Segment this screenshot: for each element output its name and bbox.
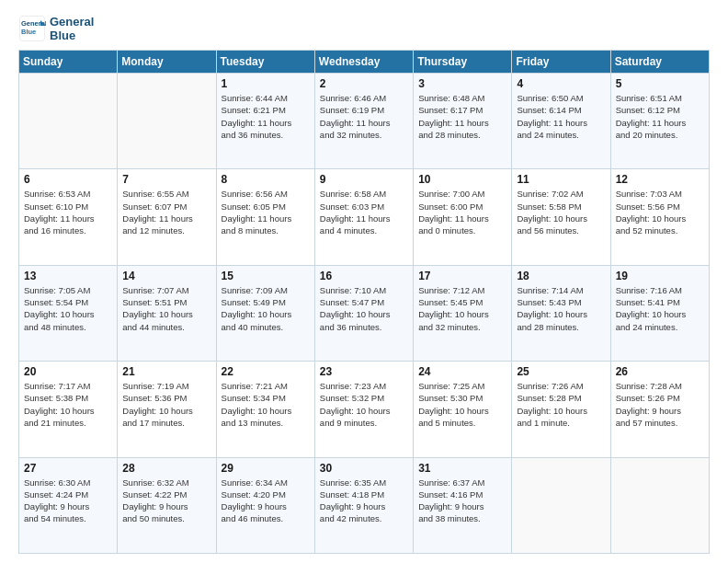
calendar-cell: 8Sunrise: 6:56 AM Sunset: 6:05 PM Daylig… [216, 169, 314, 265]
day-info: Sunrise: 7:17 AM Sunset: 5:38 PM Dayligh… [24, 380, 112, 429]
calendar-cell: 5Sunrise: 6:51 AM Sunset: 6:12 PM Daylig… [610, 74, 709, 169]
calendar-cell [118, 74, 216, 169]
day-info: Sunrise: 7:25 AM Sunset: 5:30 PM Dayligh… [418, 380, 506, 429]
calendar-cell: 14Sunrise: 7:07 AM Sunset: 5:51 PM Dayli… [118, 265, 216, 361]
day-info: Sunrise: 7:28 AM Sunset: 5:26 PM Dayligh… [616, 380, 704, 429]
calendar-cell: 21Sunrise: 7:19 AM Sunset: 5:36 PM Dayli… [118, 362, 216, 457]
calendar-cell: 31Sunrise: 6:37 AM Sunset: 4:16 PM Dayli… [414, 457, 512, 553]
header: General Blue GeneralBlue [18, 15, 710, 42]
calendar-week-4: 20Sunrise: 7:17 AM Sunset: 5:38 PM Dayli… [19, 362, 710, 457]
calendar-cell: 23Sunrise: 7:23 AM Sunset: 5:32 PM Dayli… [314, 362, 413, 457]
calendar-cell: 28Sunrise: 6:32 AM Sunset: 4:22 PM Dayli… [118, 457, 216, 553]
calendar-cell: 11Sunrise: 7:02 AM Sunset: 5:58 PM Dayli… [512, 169, 610, 265]
calendar-cell: 9Sunrise: 6:58 AM Sunset: 6:03 PM Daylig… [314, 169, 413, 265]
day-info: Sunrise: 6:56 AM Sunset: 6:05 PM Dayligh… [222, 188, 310, 236]
calendar-cell: 7Sunrise: 6:55 AM Sunset: 6:07 PM Daylig… [118, 169, 216, 265]
day-info: Sunrise: 6:32 AM Sunset: 4:22 PM Dayligh… [122, 477, 210, 525]
calendar-cell: 26Sunrise: 7:28 AM Sunset: 5:26 PM Dayli… [610, 362, 709, 457]
day-info: Sunrise: 7:16 AM Sunset: 5:41 PM Dayligh… [616, 284, 704, 333]
weekday-header-monday: Monday [118, 51, 216, 74]
calendar-header-row: SundayMondayTuesdayWednesdayThursdayFrid… [19, 51, 710, 74]
day-number: 5 [616, 77, 704, 90]
day-info: Sunrise: 7:23 AM Sunset: 5:32 PM Dayligh… [320, 380, 408, 429]
calendar-cell: 24Sunrise: 7:25 AM Sunset: 5:30 PM Dayli… [414, 362, 512, 457]
weekday-header-friday: Friday [512, 51, 610, 74]
day-number: 25 [517, 365, 605, 378]
weekday-header-saturday: Saturday [610, 51, 709, 74]
weekday-header-sunday: Sunday [19, 51, 118, 74]
day-number: 10 [418, 173, 506, 186]
calendar-table: SundayMondayTuesdayWednesdayThursdayFrid… [18, 50, 710, 554]
day-number: 20 [24, 365, 112, 378]
calendar-cell: 30Sunrise: 6:35 AM Sunset: 4:18 PM Dayli… [314, 457, 413, 553]
calendar-cell: 2Sunrise: 6:46 AM Sunset: 6:19 PM Daylig… [314, 74, 413, 169]
day-number: 3 [418, 77, 506, 90]
day-info: Sunrise: 7:03 AM Sunset: 5:56 PM Dayligh… [616, 188, 704, 236]
day-number: 28 [122, 462, 210, 475]
day-info: Sunrise: 6:58 AM Sunset: 6:03 PM Dayligh… [320, 188, 408, 236]
day-info: Sunrise: 7:05 AM Sunset: 5:54 PM Dayligh… [24, 284, 112, 333]
day-number: 9 [320, 173, 408, 186]
day-info: Sunrise: 7:14 AM Sunset: 5:43 PM Dayligh… [517, 284, 605, 333]
day-number: 15 [222, 270, 310, 282]
calendar-week-1: 1Sunrise: 6:44 AM Sunset: 6:21 PM Daylig… [19, 74, 710, 169]
day-info: Sunrise: 6:51 AM Sunset: 6:12 PM Dayligh… [616, 92, 704, 141]
day-info: Sunrise: 7:09 AM Sunset: 5:49 PM Dayligh… [222, 284, 310, 333]
day-number: 13 [24, 270, 112, 282]
calendar-cell [610, 457, 709, 553]
calendar-cell: 22Sunrise: 7:21 AM Sunset: 5:34 PM Dayli… [216, 362, 314, 457]
calendar-body: 1Sunrise: 6:44 AM Sunset: 6:21 PM Daylig… [19, 74, 710, 554]
day-number: 29 [222, 462, 310, 475]
day-number: 23 [320, 365, 408, 378]
day-info: Sunrise: 6:34 AM Sunset: 4:20 PM Dayligh… [222, 477, 310, 525]
day-number: 16 [320, 270, 408, 282]
calendar-cell: 3Sunrise: 6:48 AM Sunset: 6:17 PM Daylig… [414, 74, 512, 169]
calendar-cell: 19Sunrise: 7:16 AM Sunset: 5:41 PM Dayli… [610, 265, 709, 361]
day-info: Sunrise: 6:35 AM Sunset: 4:18 PM Dayligh… [320, 477, 408, 525]
day-number: 8 [222, 173, 310, 186]
calendar-cell: 16Sunrise: 7:10 AM Sunset: 5:47 PM Dayli… [314, 265, 413, 361]
page: General Blue GeneralBlue SundayMondayTue… [0, 0, 728, 563]
day-number: 2 [320, 77, 408, 90]
calendar-cell: 6Sunrise: 6:53 AM Sunset: 6:10 PM Daylig… [19, 169, 118, 265]
logo: General Blue GeneralBlue [18, 15, 94, 42]
weekday-header-tuesday: Tuesday [216, 51, 314, 74]
day-info: Sunrise: 6:55 AM Sunset: 6:07 PM Dayligh… [122, 188, 210, 236]
calendar-cell: 27Sunrise: 6:30 AM Sunset: 4:24 PM Dayli… [19, 457, 118, 553]
day-number: 11 [517, 173, 605, 186]
calendar-week-2: 6Sunrise: 6:53 AM Sunset: 6:10 PM Daylig… [19, 169, 710, 265]
day-info: Sunrise: 7:21 AM Sunset: 5:34 PM Dayligh… [222, 380, 310, 429]
day-number: 17 [418, 270, 506, 282]
day-number: 14 [122, 270, 210, 282]
logo-icon: General Blue [18, 15, 46, 42]
day-info: Sunrise: 7:19 AM Sunset: 5:36 PM Dayligh… [122, 380, 210, 429]
calendar-cell: 12Sunrise: 7:03 AM Sunset: 5:56 PM Dayli… [610, 169, 709, 265]
logo-text: GeneralBlue [50, 15, 94, 42]
day-info: Sunrise: 6:44 AM Sunset: 6:21 PM Dayligh… [222, 92, 310, 141]
day-number: 31 [418, 462, 506, 475]
day-info: Sunrise: 6:53 AM Sunset: 6:10 PM Dayligh… [24, 188, 112, 236]
day-number: 1 [222, 77, 310, 90]
calendar-cell [512, 457, 610, 553]
weekday-header-wednesday: Wednesday [314, 51, 413, 74]
day-info: Sunrise: 7:26 AM Sunset: 5:28 PM Dayligh… [517, 380, 605, 429]
day-number: 24 [418, 365, 506, 378]
day-info: Sunrise: 7:12 AM Sunset: 5:45 PM Dayligh… [418, 284, 506, 333]
day-number: 22 [222, 365, 310, 378]
calendar-cell: 4Sunrise: 6:50 AM Sunset: 6:14 PM Daylig… [512, 74, 610, 169]
calendar-cell: 29Sunrise: 6:34 AM Sunset: 4:20 PM Dayli… [216, 457, 314, 553]
svg-text:Blue: Blue [21, 28, 36, 36]
calendar-cell: 1Sunrise: 6:44 AM Sunset: 6:21 PM Daylig… [216, 74, 314, 169]
weekday-header-thursday: Thursday [414, 51, 512, 74]
day-number: 21 [122, 365, 210, 378]
day-number: 6 [24, 173, 112, 186]
day-info: Sunrise: 7:07 AM Sunset: 5:51 PM Dayligh… [122, 284, 210, 333]
day-number: 12 [616, 173, 704, 186]
day-info: Sunrise: 6:50 AM Sunset: 6:14 PM Dayligh… [517, 92, 605, 141]
calendar-week-3: 13Sunrise: 7:05 AM Sunset: 5:54 PM Dayli… [19, 265, 710, 361]
day-info: Sunrise: 6:30 AM Sunset: 4:24 PM Dayligh… [24, 477, 112, 525]
calendar-cell: 17Sunrise: 7:12 AM Sunset: 5:45 PM Dayli… [414, 265, 512, 361]
day-info: Sunrise: 7:10 AM Sunset: 5:47 PM Dayligh… [320, 284, 408, 333]
calendar-week-5: 27Sunrise: 6:30 AM Sunset: 4:24 PM Dayli… [19, 457, 710, 553]
day-number: 4 [517, 77, 605, 90]
